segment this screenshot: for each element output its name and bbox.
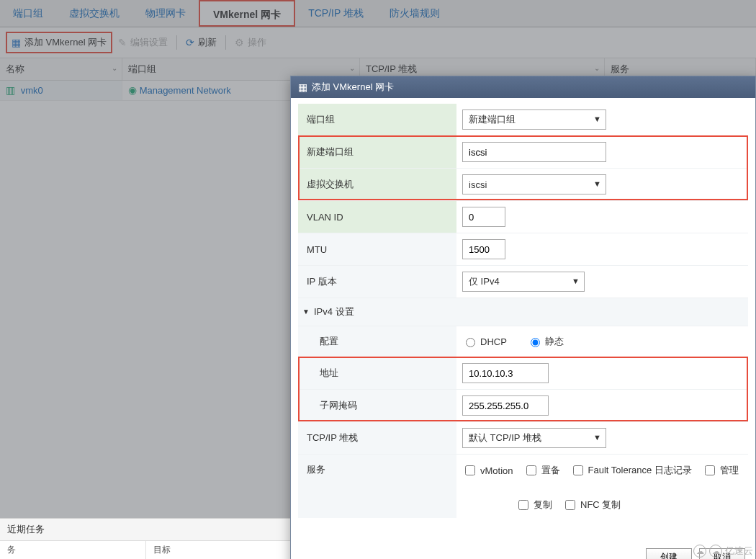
caret-down-icon: ▼ <box>302 308 310 316</box>
separator <box>225 35 226 50</box>
chevron-down-icon: ⌄ <box>112 64 117 72</box>
row-tcpip-stack: TCP/IP 堆栈 默认 TCP/IP 堆栈 ▼ <box>298 421 748 454</box>
section-ipv4-label: IPv4 设置 <box>314 305 354 318</box>
tab-bar: 端口组 虚拟交换机 物理网卡 VMkernel 网卡 TCP/IP 堆栈 防火墙… <box>0 0 756 27</box>
select-vswitch[interactable]: iscsi ▼ <box>462 174 606 194</box>
row-mtu: MTU <box>298 233 748 265</box>
nic-icon: ▦ <box>298 82 307 92</box>
tab-firewall-rules[interactable]: 防火墙规则 <box>377 0 453 27</box>
label-ip-version: IP 版本 <box>298 267 456 297</box>
tab-physical-nics[interactable]: 物理网卡 <box>132 0 199 27</box>
cell-name-value: vmk0 <box>21 85 43 96</box>
col-pg-label: 端口组 <box>128 63 156 74</box>
tab-tcpip-stack[interactable]: TCP/IP 堆栈 <box>295 0 377 27</box>
select-ip-version-value: 仅 IPv4 <box>469 275 500 288</box>
label-subnet: 子网掩码 <box>298 390 456 421</box>
chk-vmotion[interactable]: vMotion <box>462 463 513 478</box>
network-icon: ◉ <box>128 84 137 96</box>
row-config: 配置 DHCP 静态 <box>298 326 748 357</box>
tasks-col-task[interactable]: 务 <box>0 541 146 559</box>
col-tcp-label: TCP/IP 堆栈 <box>366 63 417 74</box>
col-svc-label: 服务 <box>611 63 629 74</box>
label-vlan: VLAN ID <box>298 203 456 231</box>
gear-icon: ⚙ <box>235 37 244 48</box>
cell-name[interactable]: ▥ vmk0 <box>0 81 122 100</box>
actions-button[interactable]: ⚙ 操作 <box>229 33 272 52</box>
row-ip-version: IP 版本 仅 IPv4 ▼ <box>298 265 748 298</box>
tab-port-groups[interactable]: 端口组 <box>0 0 56 27</box>
select-port-group-value: 新建端口组 <box>469 113 516 126</box>
label-config: 配置 <box>298 326 456 357</box>
input-subnet[interactable] <box>462 395 549 416</box>
row-vlan: VLAN ID <box>298 200 748 233</box>
vmk-icon: ▥ <box>6 84 15 96</box>
toolbar: ▦ 添加 VMkernel 网卡 ✎ 编辑设置 ⟳ 刷新 ⚙ 操作 <box>0 27 756 58</box>
label-vswitch: 虚拟交换机 <box>298 169 456 200</box>
select-ip-version[interactable]: 仅 IPv4 ▼ <box>462 272 585 292</box>
row-vswitch: 虚拟交换机 iscsi ▼ <box>298 168 748 200</box>
chk-management[interactable]: 管理 <box>702 463 739 478</box>
label-mtu: MTU <box>298 236 456 264</box>
add-vmkernel-button[interactable]: ▦ 添加 VMkernel 网卡 <box>6 32 112 53</box>
dialog-title: 添加 VMkernel 网卡 <box>312 81 394 94</box>
radio-static-label: 静态 <box>545 335 564 348</box>
caret-down-icon: ▼ <box>593 433 601 442</box>
chk-ft-log[interactable]: Fault Tolerance 日志记录 <box>570 463 692 478</box>
input-vlan[interactable] <box>462 207 505 227</box>
row-services: 服务 vMotion 置备 Fault Tolerance 日志记录 管理 复制… <box>298 454 748 518</box>
chevron-down-icon: ⌄ <box>594 64 600 72</box>
col-name[interactable]: 名称 ⌄ <box>0 58 122 80</box>
select-tcpip-stack[interactable]: 默认 TCP/IP 堆栈 ▼ <box>462 428 606 448</box>
label-address: 地址 <box>298 358 456 388</box>
tab-vmkernel-nics[interactable]: VMkernel 网卡 <box>199 0 295 27</box>
label-new-port-group: 新建端口组 <box>298 137 456 167</box>
chevron-down-icon: ⌄ <box>349 64 355 72</box>
tab-virtual-switches[interactable]: 虚拟交换机 <box>56 0 132 27</box>
label-port-group: 端口组 <box>298 104 456 135</box>
caret-down-icon: ▼ <box>593 115 601 123</box>
nic-icon: ▦ <box>12 37 21 48</box>
recent-tasks-title[interactable]: 近期任务 <box>0 519 292 541</box>
select-port-group[interactable]: 新建端口组 ▼ <box>462 109 606 130</box>
refresh-label: 刷新 <box>198 36 217 49</box>
radio-dhcp-label: DHCP <box>480 336 507 347</box>
input-mtu[interactable] <box>462 239 505 259</box>
chk-replication[interactable]: 复制 <box>516 498 552 512</box>
dialog-title-bar[interactable]: ▦ 添加 VMkernel 网卡 <box>291 76 755 98</box>
watermark-text: 亿速云 <box>725 545 753 558</box>
caret-down-icon: ▼ <box>593 179 601 188</box>
cloud-icon: ☁ <box>709 545 722 558</box>
refresh-icon: ⟳ <box>186 37 194 48</box>
radio-dhcp[interactable]: DHCP <box>462 336 507 347</box>
row-port-group: 端口组 新建端口组 ▼ <box>298 104 748 135</box>
create-button[interactable]: 创建 <box>646 548 692 559</box>
edit-settings-button[interactable]: ✎ 编辑设置 <box>112 33 174 52</box>
tasks-col-target[interactable]: 目标 <box>146 541 292 559</box>
radio-static[interactable]: 静态 <box>527 335 564 348</box>
row-new-port-group: 新建端口组 <box>298 135 748 168</box>
section-ipv4[interactable]: ▼ IPv4 设置 <box>298 298 748 326</box>
recent-tasks: 近期任务 务 目标 <box>0 518 292 559</box>
chk-provision[interactable]: 置备 <box>523 463 560 478</box>
pencil-icon: ✎ <box>118 37 127 48</box>
select-vswitch-value: iscsi <box>469 179 487 190</box>
row-address: 地址 <box>298 357 748 389</box>
caret-down-icon: ▼ <box>572 277 580 285</box>
row-subnet: 子网掩码 <box>298 389 748 421</box>
watermark: ☁ ☁ 亿速云 <box>693 545 753 558</box>
cloud-icon: ☁ <box>693 545 706 558</box>
label-services: 服务 <box>298 455 456 485</box>
col-name-label: 名称 <box>6 63 24 74</box>
label-tcpip: TCP/IP 堆栈 <box>298 423 456 453</box>
chk-nfc-replication[interactable]: NFC 复制 <box>562 498 621 512</box>
cell-pg-value: Management Network <box>140 85 231 96</box>
input-address[interactable] <box>462 363 549 383</box>
add-vmkernel-label: 添加 VMkernel 网卡 <box>24 36 107 49</box>
refresh-button[interactable]: ⟳ 刷新 <box>180 33 222 52</box>
select-tcpip-value: 默认 TCP/IP 堆栈 <box>469 431 541 444</box>
add-vmkernel-dialog: ▦ 添加 VMkernel 网卡 端口组 新建端口组 ▼ 新建端口组 虚拟交换机 <box>290 76 756 559</box>
input-new-port-group[interactable] <box>462 142 606 162</box>
edit-settings-label: 编辑设置 <box>130 36 168 49</box>
separator <box>176 35 177 50</box>
actions-label: 操作 <box>248 36 266 49</box>
